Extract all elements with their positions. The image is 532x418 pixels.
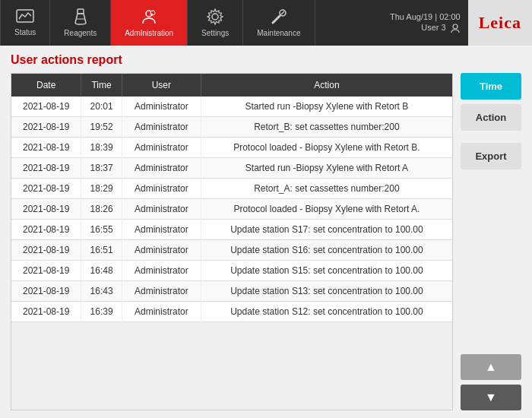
- cell-time: 16:51: [81, 240, 122, 261]
- cell-time: 18:39: [81, 138, 122, 158]
- cell-date: 2021-08-19: [11, 220, 81, 240]
- datetime-display: Thu Aug/19 | 02:00 User 3: [382, 0, 468, 46]
- time-button[interactable]: Time: [461, 73, 521, 100]
- cell-action: Update station S15: set concentration to…: [201, 261, 452, 281]
- table-row: 2021-08-1918:39AdministratorProtocol loa…: [11, 138, 452, 158]
- cell-date: 2021-08-19: [11, 97, 81, 117]
- svg-line-9: [281, 11, 284, 14]
- cell-date: 2021-08-19: [11, 240, 81, 261]
- cell-time: 16:43: [81, 281, 122, 302]
- svg-rect-1: [78, 9, 84, 14]
- nav-item-reagents[interactable]: Reagents: [50, 0, 111, 46]
- status-icon: [16, 9, 34, 27]
- settings-icon: [207, 8, 223, 27]
- table-row: 2021-08-1916:48AdministratorUpdate stati…: [11, 261, 452, 281]
- cell-user: Administrator: [122, 240, 201, 261]
- top-navigation: Status Reagents + AdmInistration Setting…: [0, 0, 532, 46]
- cell-date: 2021-08-19: [11, 199, 81, 220]
- administration-label: AdmInistration: [125, 29, 173, 37]
- cell-action: Update station S12: set concentration to…: [201, 302, 452, 322]
- table-row: 2021-08-1916:55AdministratorUpdate stati…: [11, 220, 452, 240]
- col-action: Action: [201, 74, 452, 97]
- cell-action: Started run -Biopsy Xylene with Retort B: [201, 97, 452, 117]
- table-row: 2021-08-1920:01AdministratorStarted run …: [11, 97, 452, 117]
- svg-text:+: +: [151, 11, 154, 16]
- col-time: Time: [81, 74, 122, 97]
- datetime-text: Thu Aug/19 | 02:00: [390, 12, 461, 21]
- cell-action: Update station S13: set concentration to…: [201, 281, 452, 302]
- nav-item-maintenance[interactable]: Maintenance: [243, 0, 315, 46]
- cell-action: Started run -Biopsy Xylene with Retort A: [201, 158, 452, 179]
- cell-date: 2021-08-19: [11, 179, 81, 199]
- scroll-down-button[interactable]: ▼: [461, 385, 521, 410]
- cell-user: Administrator: [122, 179, 201, 199]
- cell-date: 2021-08-19: [11, 281, 81, 302]
- export-button[interactable]: Export: [461, 143, 521, 169]
- page-title: User actions report: [11, 53, 521, 67]
- table-row: 2021-08-1918:26AdministratorProtocol loa…: [11, 199, 452, 220]
- cell-time: 18:37: [81, 158, 122, 179]
- reagents-icon: [73, 8, 88, 27]
- administration-icon: +: [141, 8, 157, 27]
- table-row: 2021-08-1918:29AdministratorRetort_A: se…: [11, 179, 452, 199]
- table-row: 2021-08-1916:43AdministratorUpdate stati…: [11, 281, 452, 302]
- col-user: User: [122, 74, 201, 97]
- table-header-row: Date Time User Action: [11, 74, 452, 97]
- cell-time: 16:39: [81, 302, 122, 322]
- nav-item-settings[interactable]: Settings: [188, 0, 243, 46]
- cell-user: Administrator: [122, 158, 201, 179]
- cell-date: 2021-08-19: [11, 261, 81, 281]
- status-label: Status: [14, 28, 36, 36]
- cell-action: Update station S16: set concentration to…: [201, 240, 452, 261]
- settings-label: Settings: [201, 29, 229, 37]
- col-date: Date: [11, 74, 81, 97]
- cell-time: 19:52: [81, 117, 122, 138]
- cell-date: 2021-08-19: [11, 302, 81, 322]
- action-button[interactable]: Action: [461, 104, 521, 131]
- scroll-up-button[interactable]: ▲: [461, 354, 521, 380]
- cell-action: Update station S17: set concentration to…: [201, 220, 452, 240]
- cell-user: Administrator: [122, 261, 201, 281]
- reagents-label: Reagents: [64, 29, 97, 37]
- cell-user: Administrator: [122, 138, 201, 158]
- page-content: User actions report Date Time User Actio…: [0, 46, 532, 418]
- cell-date: 2021-08-19: [11, 117, 81, 138]
- cell-user: Administrator: [122, 220, 201, 240]
- table-row: 2021-08-1919:52AdministratorRetort_B: se…: [11, 117, 452, 138]
- cell-user: Administrator: [122, 97, 201, 117]
- leica-logo: Leica: [468, 0, 532, 46]
- nav-item-status[interactable]: Status: [0, 0, 50, 46]
- svg-line-7: [273, 16, 280, 23]
- cell-time: 18:26: [81, 199, 122, 220]
- cell-user: Administrator: [122, 117, 201, 138]
- cell-action: Retort_B: set cassettes number:200: [201, 117, 452, 138]
- cell-action: Retort_A: set cassettes number:200: [201, 179, 452, 199]
- sidebar-buttons: Time Action Export ▲ ▼: [461, 73, 521, 410]
- maintenance-label: Maintenance: [257, 29, 300, 37]
- cell-time: 18:29: [81, 179, 122, 199]
- table-container: Date Time User Action 2021-08-1920:01Adm…: [11, 73, 453, 410]
- cell-user: Administrator: [122, 302, 201, 322]
- svg-point-6: [212, 14, 218, 20]
- cell-time: 16:55: [81, 220, 122, 240]
- user-text: User 3: [421, 23, 460, 33]
- svg-point-10: [453, 24, 458, 29]
- cell-user: Administrator: [122, 281, 201, 302]
- cell-time: 20:01: [81, 97, 122, 117]
- cell-time: 16:48: [81, 261, 122, 281]
- cell-date: 2021-08-19: [11, 138, 81, 158]
- cell-date: 2021-08-19: [11, 158, 81, 179]
- table-row: 2021-08-1916:51AdministratorUpdate stati…: [11, 240, 452, 261]
- maintenance-icon: [271, 8, 287, 27]
- cell-user: Administrator: [122, 199, 201, 220]
- cell-action: Protocol loaded - Biopsy Xylene with Ret…: [201, 199, 452, 220]
- table-row: 2021-08-1916:39AdministratorUpdate stati…: [11, 302, 452, 322]
- nav-item-administration[interactable]: + AdmInistration: [111, 0, 188, 46]
- table-row: 2021-08-1918:37AdministratorStarted run …: [11, 158, 452, 179]
- user-actions-table: Date Time User Action 2021-08-1920:01Adm…: [11, 74, 452, 322]
- main-area: Date Time User Action 2021-08-1920:01Adm…: [11, 73, 521, 410]
- cell-action: Protocol loaded - Biopsy Xylene with Ret…: [201, 138, 452, 158]
